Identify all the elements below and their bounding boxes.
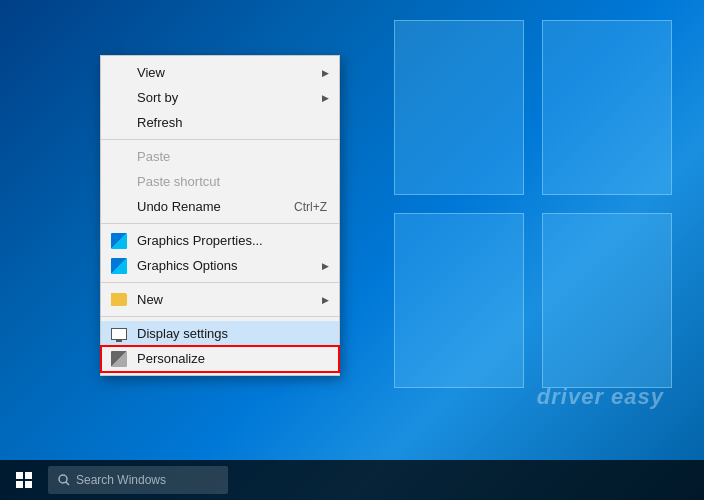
menu-item-undo-rename[interactable]: Undo Rename Ctrl+Z	[101, 194, 339, 219]
search-text: Search Windows	[76, 473, 166, 487]
display-settings-label: Display settings	[137, 326, 228, 341]
svg-point-4	[59, 475, 67, 483]
win-pane-bl	[394, 213, 524, 388]
menu-item-paste-shortcut[interactable]: Paste shortcut	[101, 169, 339, 194]
menu-item-display-settings[interactable]: Display settings	[101, 321, 339, 346]
graphics-properties-label: Graphics Properties...	[137, 233, 263, 248]
menu-item-sort-by[interactable]: Sort by	[101, 85, 339, 110]
win-pane-tr	[542, 20, 672, 195]
search-icon	[58, 474, 70, 486]
start-button[interactable]	[0, 460, 48, 500]
new-label: New	[137, 292, 163, 307]
desktop: driver easy View Sort by Refresh Paste P…	[0, 0, 704, 500]
svg-line-5	[66, 482, 69, 485]
new-icon	[109, 290, 129, 310]
undo-rename-label: Undo Rename	[137, 199, 221, 214]
refresh-label: Refresh	[137, 115, 183, 130]
menu-item-view[interactable]: View	[101, 60, 339, 85]
windows-logo-decoration	[394, 20, 674, 400]
menu-item-paste[interactable]: Paste	[101, 144, 339, 169]
graphics-properties-icon	[109, 231, 129, 251]
view-label: View	[137, 65, 165, 80]
taskbar: Search Windows	[0, 460, 704, 500]
separator-4	[101, 316, 339, 317]
svg-rect-0	[16, 472, 23, 479]
svg-rect-2	[16, 481, 23, 488]
menu-item-refresh[interactable]: Refresh	[101, 110, 339, 135]
win-pane-tl	[394, 20, 524, 195]
menu-item-graphics-properties[interactable]: Graphics Properties...	[101, 228, 339, 253]
separator-2	[101, 223, 339, 224]
paste-label: Paste	[137, 149, 170, 164]
paste-shortcut-label: Paste shortcut	[137, 174, 220, 189]
menu-item-new[interactable]: New	[101, 287, 339, 312]
graphics-options-label: Graphics Options	[137, 258, 237, 273]
svg-rect-3	[25, 481, 32, 488]
win-pane-br	[542, 213, 672, 388]
separator-3	[101, 282, 339, 283]
display-settings-icon	[109, 324, 129, 344]
sort-by-label: Sort by	[137, 90, 178, 105]
start-icon	[16, 472, 32, 488]
menu-item-personalize[interactable]: Personalize	[101, 346, 339, 371]
graphics-options-icon	[109, 256, 129, 276]
personalize-icon	[109, 349, 129, 369]
personalize-label: Personalize	[137, 351, 205, 366]
context-menu: View Sort by Refresh Paste Paste shortcu…	[100, 55, 340, 376]
separator-1	[101, 139, 339, 140]
menu-item-graphics-options[interactable]: Graphics Options	[101, 253, 339, 278]
undo-rename-shortcut: Ctrl+Z	[274, 200, 327, 214]
taskbar-search[interactable]: Search Windows	[48, 466, 228, 494]
svg-rect-1	[25, 472, 32, 479]
